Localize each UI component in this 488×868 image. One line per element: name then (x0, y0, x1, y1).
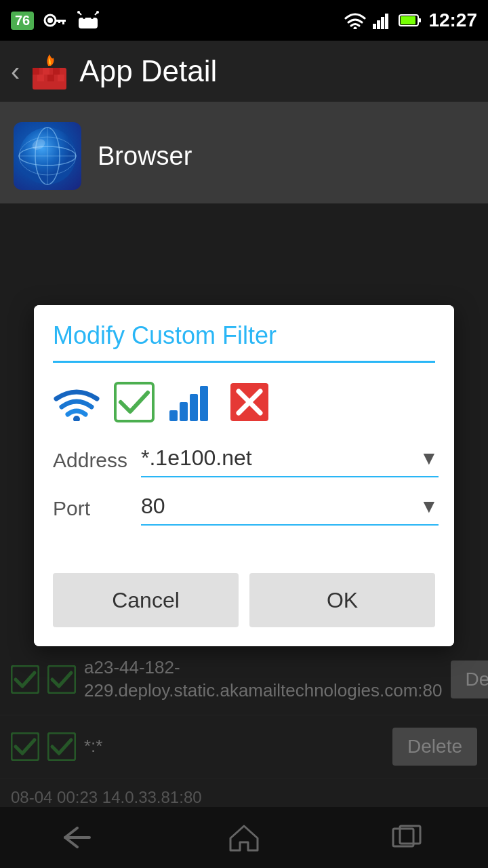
svg-rect-23 (53, 68, 60, 75)
top-bar: ‹ App Detail (0, 41, 488, 102)
background-content: Browser Modify Custom Filter (0, 102, 488, 816)
app-name: Browser (98, 142, 192, 171)
cancel-button[interactable]: Cancel (53, 573, 239, 627)
port-input[interactable] (141, 491, 413, 521)
svg-rect-21 (33, 68, 39, 75)
svg-rect-15 (381, 17, 384, 29)
svg-rect-13 (373, 24, 376, 29)
modify-filter-dialog: Modify Custom Filter (34, 305, 454, 646)
svg-rect-26 (58, 75, 64, 81)
address-input[interactable] (141, 443, 413, 473)
svg-point-11 (96, 11, 99, 14)
address-dropdown-arrow[interactable]: ▼ (420, 448, 439, 469)
status-bar: 76 (0, 0, 488, 41)
status-time: 12:27 (428, 9, 477, 31)
app-logo-icon (29, 51, 70, 92)
port-input-wrapper: ▼ (141, 491, 439, 526)
app-info-row: Browser (0, 102, 488, 210)
svg-rect-5 (79, 18, 98, 28)
signal-status-icon (373, 12, 392, 29)
globe-icon (17, 125, 78, 186)
wifi-checkbox[interactable] (114, 382, 155, 422)
port-dropdown-arrow[interactable]: ▼ (420, 496, 439, 517)
battery-icon (399, 13, 422, 28)
svg-point-12 (354, 27, 357, 30)
dialog-title-bar: Modify Custom Filter (34, 305, 454, 363)
svg-rect-22 (43, 68, 49, 75)
svg-point-10 (77, 11, 80, 14)
svg-rect-18 (401, 16, 415, 24)
svg-point-34 (73, 416, 80, 421)
status-bar-left: 76 (11, 11, 100, 30)
status-bar-right: 12:27 (344, 9, 477, 31)
svg-point-1 (47, 18, 53, 23)
wifi-filter-icon[interactable] (53, 384, 100, 421)
dialog-title: Modify Custom Filter (53, 321, 435, 363)
svg-rect-14 (377, 20, 380, 29)
page-title: App Detail (79, 54, 217, 88)
svg-rect-36 (169, 410, 178, 421)
dialog-overlay: Modify Custom Filter (0, 203, 488, 868)
svg-point-6 (83, 16, 85, 19)
app-icon (14, 122, 81, 190)
key-icon (43, 12, 66, 28)
android-icon (76, 11, 100, 30)
dialog-buttons: Cancel OK (34, 562, 454, 646)
svg-rect-3 (62, 20, 64, 24)
svg-rect-39 (200, 386, 208, 421)
notification-badge: 76 (11, 12, 34, 30)
address-label: Address (53, 449, 141, 472)
filter-icons-row (53, 382, 435, 422)
wifi-status-icon (344, 12, 366, 29)
svg-rect-37 (180, 402, 188, 421)
svg-rect-24 (37, 75, 44, 81)
mobile-filter-icon[interactable] (168, 382, 216, 422)
ok-button[interactable]: OK (249, 573, 435, 627)
address-field-row: Address ▼ (53, 443, 435, 477)
block-filter-icon[interactable] (229, 382, 270, 422)
dialog-body: Address ▼ Port ▼ (34, 363, 454, 562)
svg-rect-16 (385, 14, 388, 29)
back-arrow[interactable]: ‹ (11, 56, 20, 87)
svg-rect-19 (418, 18, 421, 22)
svg-rect-25 (47, 75, 54, 81)
port-label: Port (53, 497, 141, 520)
port-field-row: Port ▼ (53, 491, 435, 526)
svg-rect-4 (58, 20, 60, 23)
svg-point-7 (91, 16, 94, 19)
svg-rect-38 (190, 394, 198, 421)
address-input-wrapper: ▼ (141, 443, 439, 477)
